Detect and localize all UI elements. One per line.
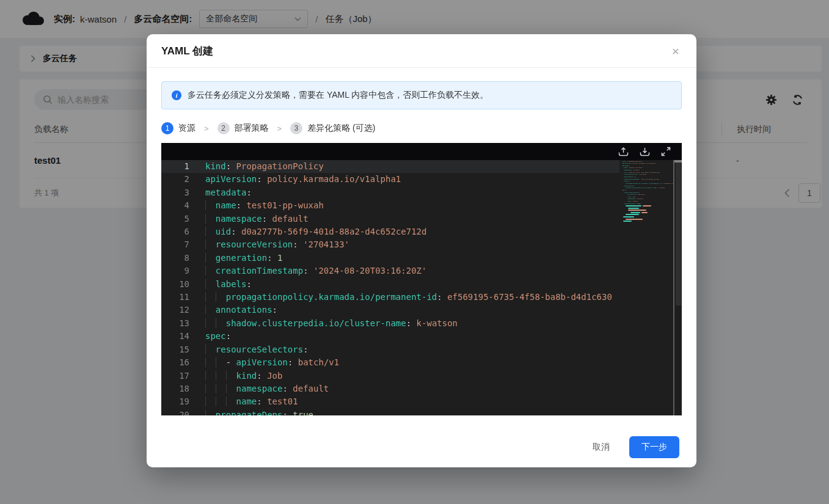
steps: 1 资源 > 2 部署策略 > 3 差异化策略 (可选) bbox=[161, 122, 682, 134]
download-icon[interactable] bbox=[640, 147, 650, 156]
line-number: 5 bbox=[161, 213, 189, 225]
step-label: 差异化策略 (可选) bbox=[307, 123, 375, 134]
alert-text: 多云任务必须定义分发策略，需要在 YAML 内容中包含，否则工作负载不生效。 bbox=[188, 90, 488, 101]
code-line: 16 - apiVersion: batch/v1 bbox=[161, 356, 619, 369]
code-line: 15 resourceSelectors: bbox=[161, 343, 619, 356]
line-number: 4 bbox=[161, 199, 189, 212]
code-line: 11 propagationpolicy.karmada.io/permanen… bbox=[161, 291, 619, 304]
code-line: 20 propagateDeps: true bbox=[161, 409, 619, 415]
step-label: 部署策略 bbox=[235, 123, 269, 134]
line-number: 9 bbox=[161, 265, 189, 277]
code-line: 18 namespace: default bbox=[161, 382, 619, 395]
code-line: 17 kind: Job bbox=[161, 370, 619, 382]
line-number: 19 bbox=[161, 395, 189, 408]
code-area[interactable]: 1kind: PropagationPolicy2apiVersion: pol… bbox=[161, 160, 619, 415]
cancel-button[interactable]: 取消 bbox=[589, 437, 613, 458]
step-separator: > bbox=[204, 124, 209, 133]
code-line: 3metadata: bbox=[161, 186, 619, 199]
yaml-create-modal: YAML 创建 × i 多云任务必须定义分发策略，需要在 YAML 内容中包含，… bbox=[147, 34, 696, 467]
step-separator: > bbox=[277, 124, 282, 133]
step-deploy-policy[interactable]: 2 部署策略 bbox=[217, 122, 269, 134]
info-alert: i 多云任务必须定义分发策略，需要在 YAML 内容中包含，否则工作负载不生效。 bbox=[161, 81, 682, 109]
step-badge: 2 bbox=[217, 122, 230, 134]
code-line: 5 namespace: default bbox=[161, 213, 619, 225]
line-number: 14 bbox=[161, 330, 189, 343]
line-number: 10 bbox=[161, 278, 189, 291]
close-icon[interactable]: × bbox=[672, 45, 679, 57]
line-number: 12 bbox=[161, 304, 189, 316]
code-line: 13 shadow.clusterpedia.io/cluster-name: … bbox=[161, 317, 619, 330]
editor-toolbar bbox=[161, 143, 682, 160]
line-number: 20 bbox=[161, 409, 189, 415]
step-override-policy[interactable]: 3 差异化策略 (可选) bbox=[290, 122, 375, 134]
code-line: 6 uid: d0a2777b-56f9-401d-88a2-d4c652ce7… bbox=[161, 225, 619, 238]
line-number: 7 bbox=[161, 238, 189, 251]
editor-scrollbar[interactable] bbox=[673, 160, 682, 415]
code-line: propagateDeps: true bbox=[619, 202, 673, 205]
code-line: 2apiVersion: policy.karmada.io/v1alpha1 bbox=[161, 173, 619, 186]
upload-icon[interactable] bbox=[618, 147, 629, 156]
code-line: 9 creationTimestamp: '2024-08-20T03:16:2… bbox=[161, 265, 619, 277]
step-resource[interactable]: 1 资源 bbox=[161, 122, 195, 134]
line-number: 2 bbox=[161, 173, 189, 186]
next-step-button[interactable]: 下一步 bbox=[629, 436, 679, 458]
line-number: 15 bbox=[161, 343, 189, 356]
line-number: 18 bbox=[161, 382, 189, 395]
minimap-overflow-lines bbox=[619, 205, 673, 223]
line-number: 13 bbox=[161, 317, 189, 330]
modal-body: i 多云任务必须定义分发策略，需要在 YAML 内容中包含，否则工作负载不生效。… bbox=[147, 68, 696, 416]
line-number: 1 bbox=[161, 160, 189, 173]
code-line: 4 name: test01-pp-wuxah bbox=[161, 199, 619, 212]
line-number: 16 bbox=[161, 356, 189, 369]
line-number: 3 bbox=[161, 186, 189, 199]
line-number: 11 bbox=[161, 291, 189, 304]
fullscreen-icon[interactable] bbox=[661, 147, 671, 156]
code-line: 7 resourceVersion: '2704133' bbox=[161, 238, 619, 251]
code-line: 8 generation: 1 bbox=[161, 252, 619, 265]
line-number: 17 bbox=[161, 370, 189, 382]
step-badge: 3 bbox=[290, 122, 302, 134]
step-badge: 1 bbox=[161, 122, 173, 134]
line-number: 6 bbox=[161, 225, 189, 238]
modal-header: YAML 创建 × bbox=[147, 34, 696, 68]
code-line: 10 labels: bbox=[161, 278, 619, 291]
modal-footer: 取消 下一步 bbox=[147, 416, 696, 467]
minimap[interactable]: kind: PropagationPolicyapiVersion: polic… bbox=[619, 160, 673, 415]
code-line: 1kind: PropagationPolicy bbox=[161, 160, 619, 173]
code-line: 12 annotations: bbox=[161, 304, 619, 316]
info-icon: i bbox=[172, 90, 181, 100]
yaml-editor: 1kind: PropagationPolicy2apiVersion: pol… bbox=[161, 143, 682, 415]
code-line: 14spec: bbox=[161, 330, 619, 343]
line-number: 8 bbox=[161, 252, 189, 265]
modal-title: YAML 创建 bbox=[161, 44, 213, 58]
code-line: 19 name: test01 bbox=[161, 395, 619, 408]
step-label: 资源 bbox=[178, 123, 195, 134]
